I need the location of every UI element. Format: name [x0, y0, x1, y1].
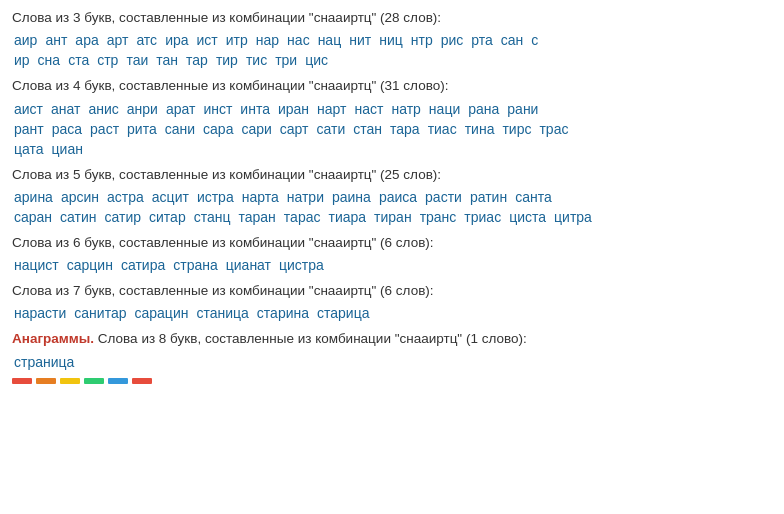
word-ира[interactable]: ира [163, 32, 190, 48]
word-саран[interactable]: саран [12, 209, 54, 225]
word-сани[interactable]: сани [163, 121, 197, 137]
word-транс[interactable]: транс [418, 209, 459, 225]
word-таран[interactable]: таран [237, 209, 278, 225]
word-три[interactable]: три [273, 52, 299, 68]
word-наст[interactable]: наст [353, 101, 386, 117]
word-тан[interactable]: тан [154, 52, 180, 68]
word-арсин[interactable]: арсин [59, 189, 101, 205]
word-трас[interactable]: трас [537, 121, 570, 137]
word-сарт[interactable]: сарт [278, 121, 311, 137]
word-аир[interactable]: аир [12, 32, 39, 48]
word-рант[interactable]: рант [12, 121, 46, 137]
word-раина[interactable]: раина [330, 189, 373, 205]
word-станица[interactable]: станица [194, 305, 250, 321]
word-тиара[interactable]: тиара [326, 209, 368, 225]
word-цата[interactable]: цата [12, 141, 46, 157]
word-сарацин[interactable]: сарацин [133, 305, 191, 321]
word-ратин[interactable]: ратин [468, 189, 509, 205]
word-нац[interactable]: нац [316, 32, 344, 48]
word-страна[interactable]: страна [171, 257, 220, 273]
word-тиас[interactable]: тиас [426, 121, 459, 137]
word-нас[interactable]: нас [285, 32, 312, 48]
word-ир[interactable]: ир [12, 52, 32, 68]
word-санта[interactable]: санта [513, 189, 554, 205]
word-натри[interactable]: натри [285, 189, 326, 205]
word-тар[interactable]: тар [184, 52, 210, 68]
word-тина[interactable]: тина [463, 121, 497, 137]
word-цистра[interactable]: цистра [277, 257, 326, 273]
word-сна[interactable]: сна [36, 52, 63, 68]
word-ист[interactable]: ист [195, 32, 220, 48]
word-итр[interactable]: итр [224, 32, 250, 48]
word-арат[interactable]: арат [164, 101, 197, 117]
word-нар[interactable]: нар [254, 32, 281, 48]
word-ниц[interactable]: ниц [377, 32, 405, 48]
word-рана[interactable]: рана [466, 101, 501, 117]
word-асцит[interactable]: асцит [150, 189, 191, 205]
word-старина[interactable]: старина [255, 305, 311, 321]
word-старица[interactable]: старица [315, 305, 371, 321]
word-раст[interactable]: раст [88, 121, 121, 137]
word-ста[interactable]: ста [66, 52, 91, 68]
word-цитра[interactable]: цитра [552, 209, 594, 225]
word-арина[interactable]: арина [12, 189, 55, 205]
word-сатира[interactable]: сатира [119, 257, 167, 273]
word-ара[interactable]: ара [73, 32, 100, 48]
word-сатин[interactable]: сатин [58, 209, 98, 225]
words-3-container-row2: ир сна ста стр таи тан тар тир тис три ц… [12, 52, 772, 68]
word-тис[interactable]: тис [244, 52, 269, 68]
word-стан[interactable]: стан [351, 121, 384, 137]
word-анат[interactable]: анат [49, 101, 82, 117]
word-иран[interactable]: иран [276, 101, 311, 117]
word-нацист[interactable]: нацист [12, 257, 61, 273]
word-раиса[interactable]: раиса [377, 189, 419, 205]
word-тиран[interactable]: тиран [372, 209, 414, 225]
word-нит[interactable]: нит [347, 32, 373, 48]
word-инст[interactable]: инст [201, 101, 234, 117]
word-анис[interactable]: анис [86, 101, 120, 117]
word-тарас[interactable]: тарас [282, 209, 323, 225]
word-рани[interactable]: рани [505, 101, 540, 117]
word-сан[interactable]: сан [499, 32, 526, 48]
word-нарт[interactable]: нарт [315, 101, 348, 117]
word-рита[interactable]: рита [125, 121, 159, 137]
word-страница[interactable]: страница [12, 354, 76, 370]
word-нтр[interactable]: нтр [409, 32, 435, 48]
word-арт[interactable]: арт [105, 32, 131, 48]
section-7-letters: Слова из 7 букв, составленные из комбина… [12, 281, 772, 321]
word-астра[interactable]: астра [105, 189, 146, 205]
word-цианат[interactable]: цианат [224, 257, 273, 273]
word-наци[interactable]: наци [427, 101, 462, 117]
word-раса[interactable]: раса [50, 121, 84, 137]
word-станц[interactable]: станц [192, 209, 233, 225]
word-рис[interactable]: рис [439, 32, 466, 48]
word-с[interactable]: с [529, 32, 540, 48]
word-нарта[interactable]: нарта [240, 189, 281, 205]
word-стр[interactable]: стр [95, 52, 120, 68]
word-тирс[interactable]: тирс [500, 121, 533, 137]
word-истра[interactable]: истра [195, 189, 236, 205]
word-санитар[interactable]: санитар [72, 305, 128, 321]
word-тара[interactable]: тара [388, 121, 422, 137]
word-цис[interactable]: цис [303, 52, 330, 68]
word-анри[interactable]: анри [125, 101, 160, 117]
word-сари[interactable]: сари [239, 121, 273, 137]
word-натр[interactable]: натр [389, 101, 422, 117]
word-нарасти[interactable]: нарасти [12, 305, 68, 321]
word-ант[interactable]: ант [43, 32, 69, 48]
word-триас[interactable]: триас [462, 209, 503, 225]
word-сара[interactable]: сара [201, 121, 235, 137]
word-аист[interactable]: аист [12, 101, 45, 117]
word-рта[interactable]: рта [469, 32, 495, 48]
word-ситар[interactable]: ситар [147, 209, 188, 225]
word-циста[interactable]: циста [507, 209, 548, 225]
word-атс[interactable]: атс [134, 32, 159, 48]
word-тир[interactable]: тир [214, 52, 240, 68]
word-циан[interactable]: циан [50, 141, 85, 157]
word-таи[interactable]: таи [124, 52, 150, 68]
word-сарцин[interactable]: сарцин [65, 257, 115, 273]
word-расти[interactable]: расти [423, 189, 464, 205]
word-сати[interactable]: сати [315, 121, 348, 137]
word-инта[interactable]: инта [238, 101, 272, 117]
word-сатир[interactable]: сатир [103, 209, 144, 225]
